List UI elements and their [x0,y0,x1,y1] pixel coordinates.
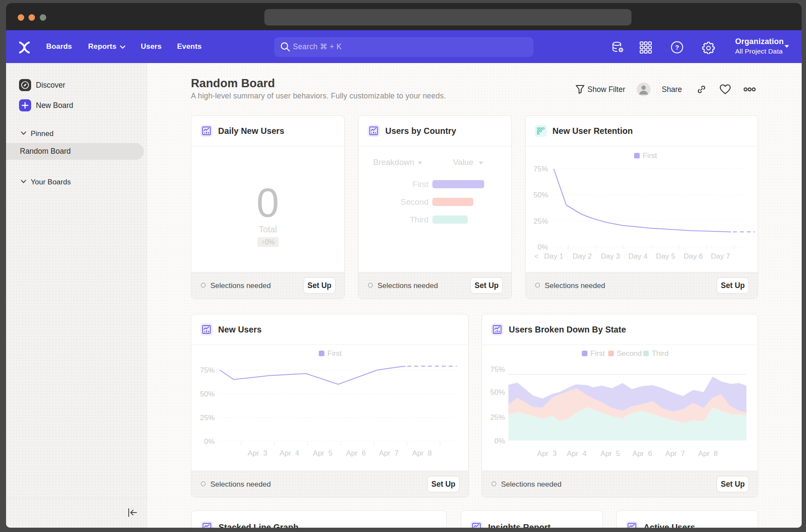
svg-text:?: ? [675,44,679,51]
